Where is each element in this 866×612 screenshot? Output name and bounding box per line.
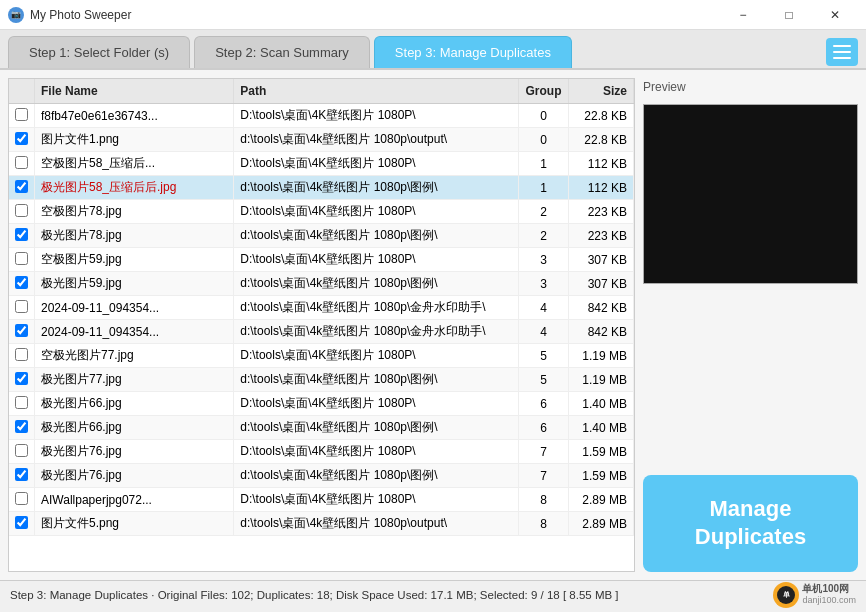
row-checkbox[interactable] [15,444,28,457]
row-checkbox[interactable] [15,180,28,193]
table-row: 极光图片59.jpgd:\tools\桌面\4k壁纸图片 1080p\图例\33… [9,272,634,296]
tab-step1[interactable]: Step 1: Select Folder (s) [8,36,190,68]
tabs-bar: Step 1: Select Folder (s) Step 2: Scan S… [0,30,866,70]
row-group: 4 [519,320,569,344]
table-row: 极光图片76.jpgD:\tools\桌面\4K壁纸图片 1080P\71.59… [9,440,634,464]
row-filename: AIWallpaperjpg072... [35,488,234,512]
maximize-button[interactable]: □ [766,0,812,30]
row-checkbox[interactable] [15,276,28,289]
row-filename: 极光图片58_压缩后后.jpg [35,176,234,200]
table-row: 空极图片58_压缩后...D:\tools\桌面\4K壁纸图片 1080P\11… [9,152,634,176]
main-content: File Name Path Group Size f8fb47e0e61e36… [0,70,866,580]
table-row: 极光图片76.jpgd:\tools\桌面\4k壁纸图片 1080p\图例\71… [9,464,634,488]
row-checkbox[interactable] [15,396,28,409]
tab-step3[interactable]: Step 3: Manage Duplicates [374,36,572,68]
duplicates-table-container[interactable]: File Name Path Group Size f8fb47e0e61e36… [8,78,635,572]
col-header-group: Group [519,79,569,104]
row-size: 1.59 MB [569,464,634,488]
manage-duplicates-line2: Duplicates [695,524,806,549]
row-filename: 极光图片66.jpg [35,416,234,440]
row-checkbox[interactable] [15,516,28,529]
row-checkbox-cell [9,104,35,128]
table-row: 极光图片58_压缩后后.jpgd:\tools\桌面\4k壁纸图片 1080p\… [9,176,634,200]
preview-image [643,104,858,284]
row-checkbox-cell [9,296,35,320]
row-path: d:\tools\桌面\4k壁纸图片 1080p\图例\ [234,176,519,200]
logo-outer-circle: 单 [773,582,799,608]
row-size: 842 KB [569,320,634,344]
row-filename: 图片文件5.png [35,512,234,536]
row-filename: 极光图片77.jpg [35,368,234,392]
tab-step2[interactable]: Step 2: Scan Summary [194,36,370,68]
row-group: 8 [519,488,569,512]
row-size: 2.89 MB [569,512,634,536]
row-group: 2 [519,224,569,248]
row-size: 223 KB [569,224,634,248]
row-size: 1.59 MB [569,440,634,464]
row-group: 6 [519,416,569,440]
row-group: 0 [519,104,569,128]
table-row: 极光图片66.jpgd:\tools\桌面\4k壁纸图片 1080p\图例\61… [9,416,634,440]
row-size: 223 KB [569,200,634,224]
row-size: 1.40 MB [569,392,634,416]
row-path: D:\tools\桌面\4K壁纸图片 1080P\ [234,152,519,176]
row-path: D:\tools\桌面\4K壁纸图片 1080P\ [234,440,519,464]
row-checkbox[interactable] [15,108,28,121]
close-button[interactable]: ✕ [812,0,858,30]
row-checkbox[interactable] [15,324,28,337]
table-header-row: File Name Path Group Size [9,79,634,104]
col-header-path: Path [234,79,519,104]
row-path: D:\tools\桌面\4K壁纸图片 1080P\ [234,248,519,272]
row-checkbox-cell [9,272,35,296]
row-checkbox[interactable] [15,492,28,505]
hamburger-line-2 [833,51,851,53]
table-row: 空极光图片77.jpgD:\tools\桌面\4K壁纸图片 1080P\51.1… [9,344,634,368]
row-filename: 极光图片78.jpg [35,224,234,248]
row-path: D:\tools\桌面\4K壁纸图片 1080P\ [234,488,519,512]
hamburger-line-3 [833,57,851,59]
row-checkbox[interactable] [15,348,28,361]
row-path: d:\tools\桌面\4k壁纸图片 1080p\output\ [234,128,519,152]
row-checkbox-cell [9,320,35,344]
row-checkbox[interactable] [15,468,28,481]
row-checkbox[interactable] [15,132,28,145]
row-checkbox-cell [9,488,35,512]
hamburger-line-1 [833,45,851,47]
row-size: 112 KB [569,152,634,176]
row-size: 842 KB [569,296,634,320]
row-checkbox[interactable] [15,204,28,217]
row-path: D:\tools\桌面\4K壁纸图片 1080P\ [234,104,519,128]
row-checkbox-cell [9,464,35,488]
row-checkbox[interactable] [15,300,28,313]
row-size: 112 KB [569,176,634,200]
menu-button[interactable] [826,38,858,66]
table-row: 空极图片59.jpgD:\tools\桌面\4K壁纸图片 1080P\3307 … [9,248,634,272]
table-row: 2024-09-11_094354...d:\tools\桌面\4k壁纸图片 1… [9,320,634,344]
row-filename: 空极图片59.jpg [35,248,234,272]
row-size: 22.8 KB [569,104,634,128]
row-checkbox[interactable] [15,228,28,241]
row-checkbox-cell [9,440,35,464]
row-filename: 2024-09-11_094354... [35,296,234,320]
row-group: 7 [519,440,569,464]
row-filename: 图片文件1.png [35,128,234,152]
row-checkbox[interactable] [15,372,28,385]
row-group: 3 [519,272,569,296]
row-group: 5 [519,344,569,368]
row-path: d:\tools\桌面\4k壁纸图片 1080p\金舟水印助手\ [234,296,519,320]
manage-duplicates-button[interactable]: Manage Duplicates [643,475,858,572]
row-checkbox-cell [9,224,35,248]
preview-label: Preview [643,78,858,96]
row-path: D:\tools\桌面\4K壁纸图片 1080P\ [234,200,519,224]
row-checkbox[interactable] [15,156,28,169]
row-checkbox[interactable] [15,252,28,265]
preview-panel: Preview Manage Duplicates [643,78,858,572]
row-checkbox[interactable] [15,420,28,433]
row-checkbox-cell [9,200,35,224]
col-header-filename: File Name [35,79,234,104]
logo-site-url: danji100.com [802,595,856,606]
minimize-button[interactable]: − [720,0,766,30]
row-filename: 极光图片59.jpg [35,272,234,296]
table-row: 空极图片78.jpgD:\tools\桌面\4K壁纸图片 1080P\2223 … [9,200,634,224]
row-checkbox-cell [9,392,35,416]
